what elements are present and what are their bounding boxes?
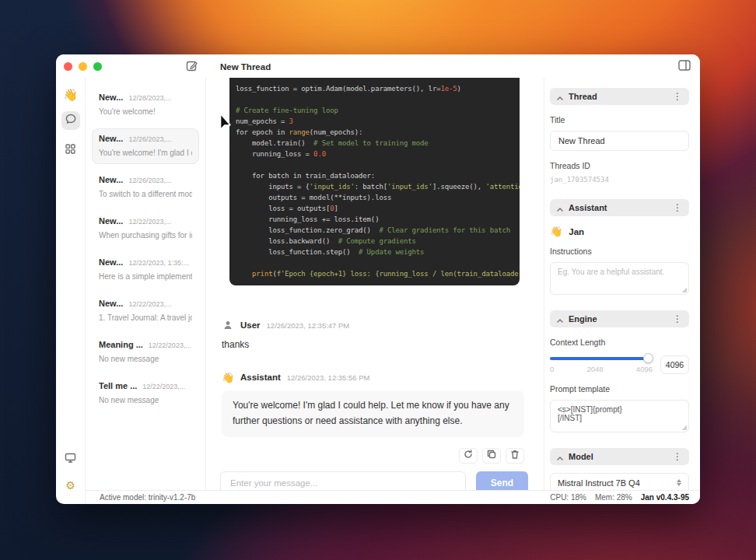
assistant-message-bubble: You're welcome! I'm glad I could help. L… bbox=[222, 390, 524, 437]
thread-list-item[interactable]: Tell me ...12/22/2023,...No new message bbox=[92, 376, 199, 411]
thread-list-item[interactable]: Meaning ...12/22/2023,...No new message bbox=[92, 334, 199, 370]
code-line bbox=[236, 257, 513, 268]
message-input[interactable] bbox=[220, 471, 466, 490]
cpu-stat: CPU: 18% bbox=[550, 493, 586, 502]
instructions-textarea[interactable] bbox=[550, 262, 689, 295]
slider-fill bbox=[550, 357, 649, 360]
message-role: Assistant bbox=[240, 373, 281, 382]
minimize-window-button[interactable] bbox=[79, 62, 87, 71]
thread-section-header[interactable]: Thread ⋮ bbox=[550, 88, 689, 105]
user-message-header: User 12/26/2023, 12:35:47 PM bbox=[222, 319, 524, 331]
delete-message-button[interactable] bbox=[506, 448, 524, 464]
code-line bbox=[236, 94, 513, 105]
code-line: loss_function = optim.Adam(model.paramet… bbox=[236, 83, 513, 94]
thread-preview: To switch to a different model,... bbox=[99, 190, 192, 198]
scale-min: 0 bbox=[550, 365, 554, 373]
rail-system-monitor-button[interactable] bbox=[61, 450, 80, 468]
active-model-status: Active model: trinity-v1.2-7b bbox=[100, 493, 195, 502]
rail-hub-button[interactable] bbox=[61, 141, 80, 159]
regenerate-icon bbox=[464, 450, 473, 461]
thread-date: 12/28/2023,... bbox=[128, 94, 171, 102]
assistant-message: 👋 Assistant 12/26/2023, 12:35:56 PM You'… bbox=[222, 371, 524, 437]
thread-preview: No new message bbox=[99, 396, 192, 404]
thread-list-item[interactable]: New...12/26/2023,...To switch to a diffe… bbox=[92, 170, 199, 205]
thread-title: New... bbox=[99, 299, 123, 308]
context-length-slider[interactable] bbox=[550, 357, 653, 360]
code-line: for epoch in range(num_epochs): bbox=[236, 127, 513, 138]
thread-date: 12/26/2023,... bbox=[128, 177, 171, 184]
app-version: Jan v0.4.3-95 bbox=[641, 493, 689, 502]
rail-chat-button[interactable] bbox=[61, 111, 80, 130]
copy-button[interactable] bbox=[482, 448, 501, 464]
message-body: thanks bbox=[222, 339, 524, 350]
grid-icon bbox=[65, 143, 75, 157]
code-line: loss_function.step() # Update weights bbox=[236, 247, 513, 257]
thread-date: 12/22/2023,... bbox=[128, 300, 171, 308]
code-line bbox=[236, 159, 513, 170]
kebab-menu-icon[interactable]: ⋮ bbox=[673, 92, 682, 101]
thread-preview: You're welcome! I'm glad I cou... bbox=[99, 149, 192, 157]
rail-bottom-group: ⚙ bbox=[61, 450, 80, 495]
thread-title: New... bbox=[99, 216, 123, 226]
assistant-avatar-icon: 👋 bbox=[222, 371, 234, 383]
thread-list-item[interactable]: New...12/22/2023,...When purchasing gift… bbox=[92, 211, 199, 247]
section-title: Thread bbox=[569, 92, 597, 101]
thread-list: New...12/28/2023,...You're welcome!New..… bbox=[92, 87, 199, 411]
thread-title: New... bbox=[99, 175, 123, 184]
left-rail: 👋 bbox=[56, 78, 86, 504]
engine-section-header[interactable]: Engine ⋮ bbox=[550, 310, 689, 327]
kebab-menu-icon[interactable]: ⋮ bbox=[673, 314, 682, 324]
send-button[interactable]: Send bbox=[476, 471, 528, 490]
thread-list-item[interactable]: New...12/22/2023, 1:35:...Here is a simp… bbox=[92, 252, 199, 288]
regenerate-button[interactable] bbox=[459, 448, 478, 464]
status-bar: Active model: trinity-v1.2-7b CPU: 18% M… bbox=[86, 490, 700, 504]
gear-icon: ⚙ bbox=[65, 480, 75, 491]
thread-title: New... bbox=[99, 93, 123, 102]
model-select[interactable]: Mistral Instruct 7B Q4 bbox=[550, 473, 689, 490]
thread-title-input[interactable] bbox=[550, 131, 689, 151]
zoom-window-button[interactable] bbox=[93, 62, 102, 71]
thread-preview: No new message bbox=[99, 355, 192, 363]
model-section-header[interactable]: Model ⋮ bbox=[550, 448, 689, 465]
message-input-row: Send bbox=[220, 471, 528, 490]
thread-preview: 1. Travel Journal: A travel journ... bbox=[99, 313, 192, 322]
context-length-value: 4096 bbox=[660, 355, 689, 374]
code-line: num_epochs = 3 bbox=[236, 116, 513, 127]
chevron-up-icon bbox=[557, 201, 563, 215]
sidebar-right-icon bbox=[678, 60, 691, 73]
kebab-menu-icon[interactable]: ⋮ bbox=[673, 452, 682, 461]
mem-stat: Mem: 28% bbox=[595, 493, 632, 502]
thread-sidebar: New...12/28/2023,...You're welcome!New..… bbox=[86, 78, 206, 490]
thread-preview: You're welcome! bbox=[99, 107, 192, 116]
toggle-right-panel-button[interactable] bbox=[678, 61, 691, 72]
new-thread-button[interactable] bbox=[185, 60, 199, 74]
thread-list-item[interactable]: New...12/26/2023,...You're welcome! I'm … bbox=[92, 128, 199, 164]
code-line: running_loss += loss.item() bbox=[236, 214, 513, 225]
scale-max: 4096 bbox=[636, 365, 653, 373]
slider-thumb[interactable] bbox=[643, 353, 653, 363]
thread-title: New... bbox=[99, 257, 123, 267]
thread-date: 12/22/2023, 1:35:... bbox=[128, 259, 189, 267]
instructions-label: Instructions bbox=[550, 247, 689, 256]
kebab-menu-icon[interactable]: ⋮ bbox=[673, 203, 682, 212]
system-stats: CPU: 18% Mem: 28% Jan v0.4.3-95 bbox=[550, 493, 689, 502]
jan-logo-icon: 👋 bbox=[63, 89, 78, 100]
user-message: User 12/26/2023, 12:35:47 PM thanks bbox=[222, 319, 524, 350]
code-line: loss_function.zero_grad() # Clear gradie… bbox=[236, 225, 513, 236]
assistant-identity: 👋 Jan bbox=[550, 226, 689, 236]
threads-id-value: jan_1703574534 bbox=[550, 176, 689, 184]
prompt-template-textarea[interactable]: <s>[INST]{prompt} [/INST] bbox=[550, 400, 689, 432]
message-actions bbox=[222, 448, 524, 464]
rail-settings-button[interactable]: ⚙ bbox=[61, 476, 80, 495]
thread-title: New... bbox=[99, 134, 123, 143]
chevron-updown-icon bbox=[677, 479, 681, 486]
prompt-template-label: Prompt template bbox=[550, 384, 689, 394]
chevron-up-icon bbox=[557, 89, 563, 103]
section-title: Assistant bbox=[569, 203, 607, 212]
thread-list-item[interactable]: New...12/22/2023,...1. Travel Journal: A… bbox=[92, 293, 199, 329]
settings-panel: Thread ⋮ Title Threads ID jan_1703574534… bbox=[544, 78, 700, 490]
thread-list-item[interactable]: New...12/28/2023,...You're welcome! bbox=[92, 87, 199, 123]
code-line: # Create fine-tuning loop bbox=[236, 105, 513, 116]
assistant-section-header[interactable]: Assistant ⋮ bbox=[550, 199, 689, 216]
close-window-button[interactable] bbox=[64, 62, 72, 71]
